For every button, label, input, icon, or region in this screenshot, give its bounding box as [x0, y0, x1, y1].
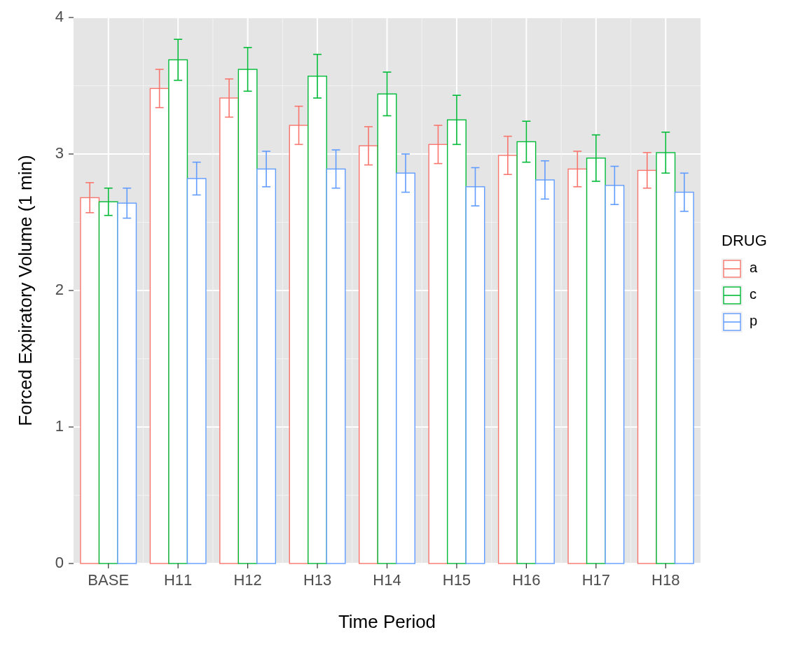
- svg-text:1: 1: [55, 417, 64, 435]
- bar: [99, 202, 118, 564]
- x-tick-label: H13: [303, 571, 331, 589]
- bar: [396, 173, 415, 564]
- svg-text:0: 0: [55, 554, 64, 571]
- legend-label: a: [750, 260, 758, 275]
- legend-title: DRUG: [722, 232, 767, 249]
- y-axis-title: Forced Expiratory Volume (1 min): [15, 155, 36, 426]
- bar: [187, 178, 206, 564]
- bar: [238, 69, 257, 564]
- bar: [378, 94, 396, 564]
- bar: [150, 88, 169, 564]
- bar: [536, 180, 555, 564]
- bar: [359, 146, 378, 564]
- bar: [169, 59, 188, 564]
- bar: [517, 141, 536, 564]
- bar: [289, 125, 308, 564]
- x-tick-label: H15: [443, 571, 471, 589]
- svg-text:3: 3: [55, 144, 64, 162]
- x-tick-label: H17: [582, 571, 610, 589]
- bar: [326, 169, 345, 564]
- chart-root: 01234BASEH11H12H13H14H15H16H17H18Time Pe…: [0, 0, 807, 672]
- bar: [429, 144, 448, 564]
- bar: [220, 98, 239, 564]
- x-tick-label: H14: [373, 571, 401, 589]
- x-tick-label: H18: [651, 571, 680, 589]
- x-tick-label: H11: [164, 571, 192, 589]
- bar: [638, 170, 657, 564]
- bar: [568, 169, 587, 564]
- bar: [605, 186, 624, 564]
- bar: [308, 76, 327, 564]
- bar: [675, 192, 694, 564]
- legend-label: c: [750, 286, 757, 302]
- bar: [587, 158, 606, 564]
- bar: [257, 169, 276, 564]
- x-axis-title: Time Period: [338, 611, 436, 632]
- bar: [81, 197, 99, 564]
- svg-text:4: 4: [55, 8, 64, 25]
- x-tick-label: H16: [512, 571, 540, 589]
- svg-text:2: 2: [55, 281, 64, 298]
- bar: [118, 203, 137, 564]
- x-tick-label: H12: [233, 571, 261, 589]
- bar: [448, 120, 467, 564]
- bar: [499, 155, 518, 564]
- legend-label: p: [750, 313, 757, 328]
- bar: [656, 153, 675, 564]
- x-tick-label: BASE: [88, 571, 129, 589]
- bar: [466, 187, 485, 564]
